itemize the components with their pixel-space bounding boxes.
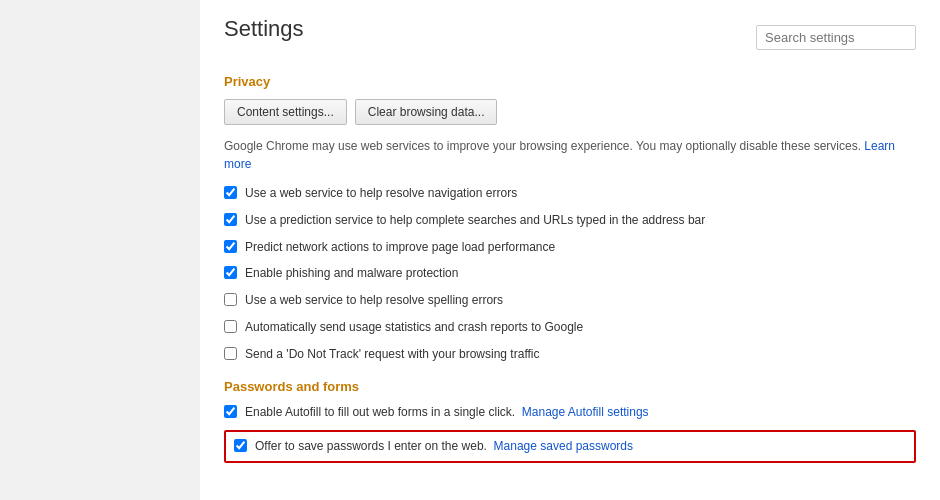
list-item: Automatically send usage statistics and … (224, 319, 916, 336)
main-content: Settings Privacy Content settings... Cle… (200, 0, 940, 500)
checkbox-network-actions-label[interactable]: Predict network actions to improve page … (245, 239, 555, 256)
list-item: Use a web service to help resolve spelli… (224, 292, 916, 309)
checkbox-dnt-label[interactable]: Send a 'Do Not Track' request with your … (245, 346, 540, 363)
checkbox-usage-stats-label[interactable]: Automatically send usage statistics and … (245, 319, 583, 336)
checkbox-save-passwords[interactable] (234, 439, 247, 452)
checkbox-save-passwords-label[interactable]: Offer to save passwords I enter on the w… (255, 438, 633, 455)
checkbox-prediction-label[interactable]: Use a prediction service to help complet… (245, 212, 705, 229)
checkbox-autofill-label[interactable]: Enable Autofill to fill out web forms in… (245, 404, 649, 421)
checkbox-usage-stats[interactable] (224, 320, 237, 333)
checkbox-phishing-label[interactable]: Enable phishing and malware protection (245, 265, 458, 282)
privacy-section: Privacy Content settings... Clear browsi… (224, 74, 916, 363)
checkbox-spelling[interactable] (224, 293, 237, 306)
checkbox-prediction[interactable] (224, 213, 237, 226)
page-title: Settings (224, 16, 304, 42)
list-item: Enable phishing and malware protection (224, 265, 916, 282)
checkbox-nav-errors[interactable] (224, 186, 237, 199)
privacy-buttons: Content settings... Clear browsing data.… (224, 99, 916, 125)
checkbox-nav-errors-label[interactable]: Use a web service to help resolve naviga… (245, 185, 517, 202)
manage-saved-passwords-link[interactable]: Manage saved passwords (494, 439, 633, 453)
passwords-section: Passwords and forms Enable Autofill to f… (224, 379, 916, 464)
autofill-item: Enable Autofill to fill out web forms in… (224, 404, 916, 421)
checkbox-network-actions[interactable] (224, 240, 237, 253)
checkbox-dnt[interactable] (224, 347, 237, 360)
list-item: Predict network actions to improve page … (224, 239, 916, 256)
privacy-section-title: Privacy (224, 74, 916, 89)
privacy-checkbox-list: Use a web service to help resolve naviga… (224, 185, 916, 363)
checkbox-phishing[interactable] (224, 266, 237, 279)
sidebar (0, 0, 200, 500)
save-passwords-highlighted-row: Offer to save passwords I enter on the w… (224, 430, 916, 463)
privacy-description: Google Chrome may use web services to im… (224, 137, 916, 173)
manage-autofill-link[interactable]: Manage Autofill settings (522, 405, 649, 419)
checkbox-autofill[interactable] (224, 405, 237, 418)
search-input[interactable] (756, 25, 916, 50)
checkbox-spelling-label[interactable]: Use a web service to help resolve spelli… (245, 292, 503, 309)
top-bar: Settings (224, 16, 916, 58)
list-item: Send a 'Do Not Track' request with your … (224, 346, 916, 363)
list-item: Use a prediction service to help complet… (224, 212, 916, 229)
passwords-section-title: Passwords and forms (224, 379, 916, 394)
list-item: Use a web service to help resolve naviga… (224, 185, 916, 202)
content-settings-button[interactable]: Content settings... (224, 99, 347, 125)
clear-browsing-data-button[interactable]: Clear browsing data... (355, 99, 498, 125)
